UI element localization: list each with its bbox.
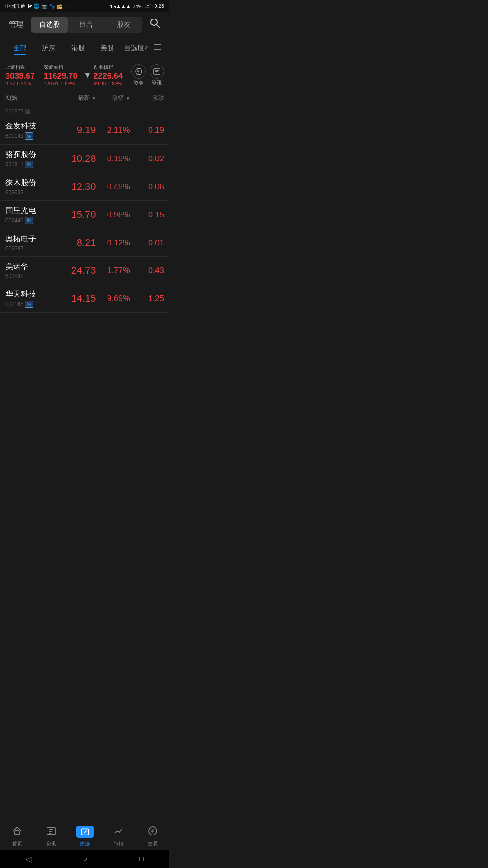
home-icon bbox=[12, 826, 23, 839]
index-chinext: 创业板指 2226.64 39.90 1.82% bbox=[94, 64, 131, 86]
stock-pct-5: 0.12% bbox=[96, 238, 130, 248]
status-bar: 中国联通 🐿 🌐 📷 🐾 📻 ··· 4G▲▲▲ 34% 上午9:23 bbox=[0, 0, 169, 12]
nav-market[interactable]: 行情 bbox=[102, 821, 136, 850]
stock-diff-7: 1.25 bbox=[130, 294, 164, 303]
tab-watchlist[interactable]: 自选股 bbox=[31, 17, 68, 33]
tab-friends[interactable]: 股友 bbox=[105, 17, 142, 33]
stock-price-5: 8.21 bbox=[62, 237, 96, 249]
index-shenzhen-name: 深证成指 bbox=[43, 64, 63, 71]
carrier-icons: 🐿 🌐 📷 🐾 📻 ··· bbox=[27, 3, 68, 9]
table-header: 初始 最新 ▼ 涨幅 ▼ 涨跌 bbox=[0, 90, 169, 106]
list-view-icon[interactable] bbox=[150, 39, 164, 57]
tab-portfolio[interactable]: 组合 bbox=[68, 17, 105, 33]
news-label: 资讯 bbox=[152, 80, 162, 86]
search-icon[interactable] bbox=[146, 16, 164, 33]
news-action[interactable]: 资讯 bbox=[150, 64, 164, 86]
stock-diff-4: 0.15 bbox=[130, 210, 164, 220]
cat-ganggu[interactable]: 港股 bbox=[63, 41, 92, 55]
index-chinext-name: 创业板指 bbox=[94, 64, 113, 71]
stock-diff-6: 0.43 bbox=[130, 266, 164, 275]
funds-action[interactable]: ¥ 资金 bbox=[131, 64, 146, 86]
trade-icon: ¥ bbox=[147, 826, 158, 839]
stock-name-col-1: 金发科技 600143 融 bbox=[5, 121, 62, 140]
carrier: 中国联通 bbox=[5, 3, 25, 9]
fusion-badge-2: 融 bbox=[25, 161, 33, 168]
cat-meig[interactable]: 美股 bbox=[93, 41, 122, 55]
table-row[interactable]: 徕木股份 603633 12.30 0.49% 0.06 bbox=[0, 173, 169, 201]
stock-code-7: 002185 融 bbox=[5, 301, 62, 308]
stock-code-5: 002587 bbox=[5, 245, 62, 252]
table-row[interactable]: 美诺华 603538 24.73 1.77% 0.43 bbox=[0, 257, 169, 284]
fusion-badge-1: 融 bbox=[25, 132, 33, 140]
table-row[interactable]: 国星光电 002449 融 15.70 0.96% 0.15 bbox=[0, 201, 169, 229]
stock-price-3: 12.30 bbox=[62, 181, 96, 193]
fusion-badge-4: 融 bbox=[25, 217, 33, 224]
nav-home[interactable]: 首页 bbox=[0, 821, 34, 850]
nav-market-label: 行情 bbox=[114, 840, 124, 847]
dropdown-arrow-icon[interactable]: ▼ bbox=[82, 71, 94, 80]
svg-text:¥: ¥ bbox=[150, 828, 154, 834]
signal: 4G▲▲▲ bbox=[109, 4, 131, 9]
funds-icon: ¥ bbox=[131, 64, 146, 79]
stock-diff-2: 0.02 bbox=[130, 154, 164, 164]
stock-price-7: 14.15 bbox=[62, 292, 96, 304]
index-shanghai: 上证指数 3039.67 9.52 0.31% bbox=[5, 64, 43, 86]
nav-tabs: 自选股 组合 股友 bbox=[31, 17, 142, 33]
svg-text:¥: ¥ bbox=[136, 69, 140, 74]
index-bar: 上证指数 3039.67 9.52 0.31% 深证成指 11629.70 12… bbox=[0, 60, 169, 90]
svg-point-0 bbox=[151, 19, 157, 25]
index-shenzhen-change: 120.61 1.05% bbox=[43, 81, 75, 86]
table-row[interactable]: 金发科技 600143 融 9.19 2.11% 0.19 bbox=[0, 116, 169, 145]
stock-code-3: 603633 bbox=[5, 189, 62, 196]
nav-watchlist[interactable]: 自选 bbox=[68, 821, 102, 850]
stock-name-col-5: 奥拓电子 002587 bbox=[5, 234, 62, 252]
stock-name-col-6: 美诺华 603538 bbox=[5, 261, 62, 279]
back-button[interactable]: ◁ bbox=[26, 855, 31, 863]
stock-name-1: 金发科技 bbox=[5, 121, 62, 131]
funds-label: 资金 bbox=[134, 80, 144, 86]
table-row[interactable]: 骆驼股份 601311 融 10.28 0.19% 0.02 bbox=[0, 145, 169, 173]
stock-pct-6: 1.77% bbox=[96, 266, 130, 275]
cat-all[interactable]: 全部 bbox=[5, 41, 34, 55]
system-nav: ◁ ○ □ bbox=[0, 850, 169, 868]
stock-pct-2: 0.19% bbox=[96, 154, 130, 164]
status-left: 中国联通 🐿 🌐 📷 🐾 📻 ··· bbox=[5, 3, 68, 9]
stock-price-2: 10.28 bbox=[62, 153, 96, 165]
table-row[interactable]: 奥拓电子 002587 8.21 0.12% 0.01 bbox=[0, 229, 169, 257]
stock-code-2: 601311 融 bbox=[5, 161, 62, 168]
svg-line-1 bbox=[156, 24, 160, 28]
stock-price-4: 15.70 bbox=[62, 209, 96, 221]
chinext-abs: 39.90 bbox=[94, 81, 106, 86]
stock-diff-3: 0.06 bbox=[130, 182, 164, 192]
shanghai-pct: 0.31% bbox=[17, 81, 31, 86]
stock-price-1: 9.19 bbox=[62, 124, 96, 136]
time: 上午9:23 bbox=[145, 3, 164, 9]
stock-code-6: 603538 bbox=[5, 273, 62, 279]
stock-pct-4: 0.96% bbox=[96, 210, 130, 220]
nav-trade[interactable]: ¥ 交易 bbox=[136, 821, 169, 850]
stock-price-6: 24.73 bbox=[62, 264, 96, 276]
battery: 34% bbox=[133, 4, 143, 9]
cat-hushen[interactable]: 沪深 bbox=[34, 41, 63, 55]
stock-diff-5: 0.01 bbox=[130, 238, 164, 248]
svg-rect-10 bbox=[15, 831, 19, 835]
index-shenzhen-value: 11629.70 bbox=[43, 71, 77, 81]
home-button[interactable]: ○ bbox=[83, 855, 88, 863]
truncated-row: 600377 融 bbox=[0, 106, 169, 116]
stock-pct-3: 0.49% bbox=[96, 182, 130, 192]
manage-button[interactable]: 管理 bbox=[5, 18, 27, 31]
stock-code-4: 002449 融 bbox=[5, 217, 62, 224]
table-row[interactable]: 华天科技 002185 融 14.15 9.69% 1.25 bbox=[0, 284, 169, 313]
recents-button[interactable]: □ bbox=[139, 855, 144, 863]
stock-name-7: 华天科技 bbox=[5, 289, 62, 299]
cat-zixuan2[interactable]: 自选股2 bbox=[122, 41, 150, 55]
stock-code-1: 600143 融 bbox=[5, 132, 62, 140]
news-nav-icon bbox=[46, 826, 56, 839]
nav-news-label: 资讯 bbox=[46, 840, 56, 847]
nav-news[interactable]: 资讯 bbox=[34, 821, 68, 850]
stock-name-5: 奥拓电子 bbox=[5, 234, 62, 244]
index-shanghai-value: 3039.67 bbox=[5, 71, 35, 81]
index-shanghai-change: 9.52 0.31% bbox=[5, 81, 31, 86]
svg-rect-7 bbox=[154, 69, 160, 74]
shanghai-abs: 9.52 bbox=[5, 81, 15, 86]
